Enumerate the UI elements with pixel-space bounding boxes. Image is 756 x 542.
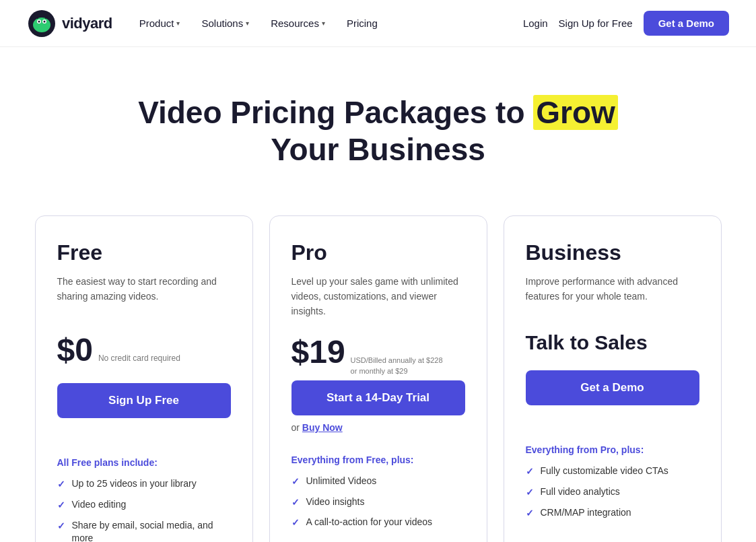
free-plan-title: Free <box>57 240 231 265</box>
business-feature-3: ✓ CRM/MAP integration <box>526 506 699 520</box>
check-icon: ✓ <box>291 496 300 510</box>
business-plan-desc: Improve performance with advanced featur… <box>526 275 699 316</box>
chevron-down-icon: ▾ <box>246 20 249 27</box>
free-feature-1: ✓ Up to 25 videos in your library <box>57 477 231 492</box>
free-feature-3: ✓ Share by email, social media, and more <box>57 519 231 542</box>
free-buy-now-placeholder <box>57 425 231 438</box>
nav-item-product[interactable]: Product ▾ <box>130 12 190 34</box>
check-icon: ✓ <box>57 499 65 512</box>
business-buy-now-placeholder <box>526 412 699 426</box>
svg-point-5 <box>44 20 46 22</box>
navbar: vidyard Product ▾ Solutions ▾ Resources … <box>0 0 756 47</box>
check-icon: ✓ <box>291 475 300 489</box>
check-icon: ✓ <box>291 516 300 530</box>
svg-point-4 <box>38 20 40 22</box>
logo-icon <box>27 9 57 38</box>
hero-title: Video Pricing Packages to Grow Your Busi… <box>27 94 729 168</box>
free-price: $0 <box>57 331 93 368</box>
business-plan-card: Business Improve performance with advanc… <box>504 215 722 542</box>
pro-feature-2: ✓ Video insights <box>291 496 465 510</box>
pro-price: $19 <box>291 333 345 370</box>
svg-point-8 <box>35 14 38 17</box>
free-plan-desc: The easiest way to start recording and s… <box>57 275 231 316</box>
check-icon: ✓ <box>526 507 534 520</box>
logo[interactable]: vidyard <box>27 9 112 38</box>
highlight-word: Grow <box>533 95 618 130</box>
pro-plan-desc: Level up your sales game with unlimited … <box>291 275 465 318</box>
pro-feature-3: ✓ A call-to-action for your videos <box>291 516 465 530</box>
buy-now-link[interactable]: Buy Now <box>302 422 343 433</box>
business-plan-title: Business <box>526 240 699 265</box>
pro-plan-card: Pro Level up your sales game with unlimi… <box>269 215 487 542</box>
check-icon: ✓ <box>57 478 65 492</box>
free-feature-2: ✓ Video editing <box>57 498 231 512</box>
hero-section: Video Pricing Packages to Grow Your Busi… <box>0 47 756 202</box>
pro-feature-list: ✓ Unlimited Videos ✓ Video insights ✓ A … <box>291 475 465 530</box>
chevron-down-icon: ▾ <box>176 20 180 27</box>
business-features-label: Everything from Pro, plus: <box>526 444 699 455</box>
free-feature-list: ✓ Up to 25 videos in your library ✓ Vide… <box>57 477 231 542</box>
chevron-down-icon: ▾ <box>322 20 325 27</box>
pricing-section: Free The easiest way to start recording … <box>8 202 749 542</box>
logo-text: vidyard <box>62 15 112 32</box>
nav-menu: Product ▾ Solutions ▾ Resources ▾ Pricin… <box>130 12 387 34</box>
nav-item-solutions[interactable]: Solutions ▾ <box>192 12 259 34</box>
login-link[interactable]: Login <box>523 18 548 29</box>
pro-features-label: Everything from Free, plus: <box>291 454 465 465</box>
nav-signup-link[interactable]: Sign Up for Free <box>559 18 633 29</box>
business-demo-button[interactable]: Get a Demo <box>526 370 699 405</box>
free-signup-button[interactable]: Sign Up Free <box>57 383 231 418</box>
svg-point-1 <box>33 18 50 32</box>
svg-point-9 <box>46 14 48 17</box>
free-price-note: No credit card required <box>98 353 180 363</box>
pro-plan-title: Pro <box>291 240 465 265</box>
check-icon: ✓ <box>57 520 65 533</box>
pro-price-detail: USD/Billed annually at $228 or monthly a… <box>351 355 443 376</box>
nav-right: Login Sign Up for Free Get a Demo <box>523 11 729 36</box>
business-feature-1: ✓ Fully customizable video CTAs <box>526 465 699 479</box>
free-features-label: All Free plans include: <box>57 457 231 468</box>
business-feature-2: ✓ Full video analytics <box>526 485 699 500</box>
free-price-row: $0 No credit card required <box>57 331 231 379</box>
pro-price-row: $19 USD/Billed annually at $228 or month… <box>291 333 465 376</box>
pro-trial-button[interactable]: Start a 14-Day Trial <box>291 380 465 415</box>
nav-item-resources[interactable]: Resources ▾ <box>261 12 335 34</box>
pro-buy-now-row: or Buy Now <box>291 422 465 436</box>
check-icon: ✓ <box>526 486 534 500</box>
free-plan-card: Free The easiest way to start recording … <box>35 215 253 542</box>
business-price: Talk to Sales <box>526 331 699 354</box>
pro-feature-1: ✓ Unlimited Videos <box>291 475 465 489</box>
check-icon: ✓ <box>526 465 534 479</box>
nav-left: vidyard Product ▾ Solutions ▾ Resources … <box>27 9 387 38</box>
get-demo-button[interactable]: Get a Demo <box>644 11 729 36</box>
nav-item-pricing[interactable]: Pricing <box>337 12 387 34</box>
business-feature-list: ✓ Fully customizable video CTAs ✓ Full v… <box>526 465 699 520</box>
